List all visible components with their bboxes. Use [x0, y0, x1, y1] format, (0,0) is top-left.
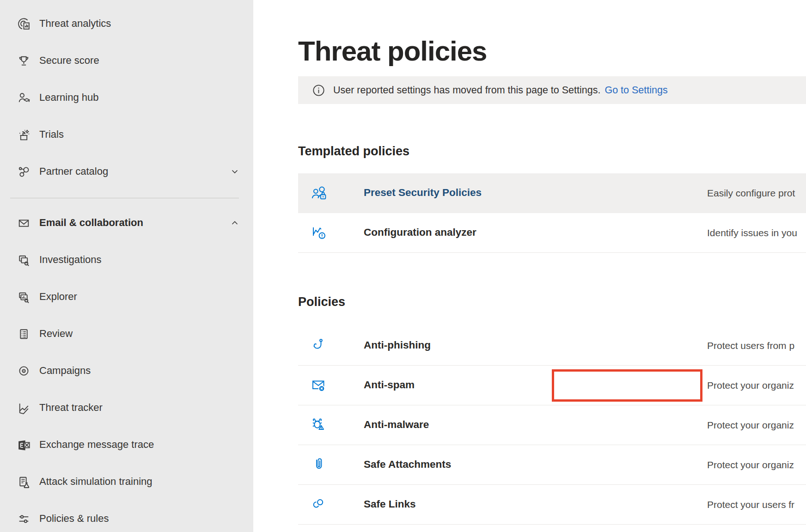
sidebar-item-label: Secure score — [39, 55, 99, 67]
sidebar-item-label: Attack simulation training — [39, 476, 153, 488]
sidebar-item-label: Threat tracker — [39, 402, 103, 414]
sidebar-item-investigations[interactable]: Investigations — [0, 241, 253, 278]
sidebar-item-label: Email & collaboration — [39, 217, 143, 229]
row-title[interactable]: Safe Attachments — [364, 459, 451, 471]
sidebar-item-label: Exchange message trace — [39, 439, 154, 451]
anti-spam-icon — [310, 376, 329, 395]
sidebar-item-review[interactable]: Review — [0, 315, 253, 352]
row-anti-malware[interactable]: Anti-malware Protect your organiz — [298, 405, 806, 445]
preset-security-policies-icon — [310, 184, 329, 202]
sidebar-item-label: Threat analytics — [39, 18, 111, 30]
sidebar-item-label: Explorer — [39, 291, 77, 303]
sidebar-item-secure-score[interactable]: Secure score — [0, 42, 253, 79]
row-title[interactable]: Preset Security Policies — [364, 187, 482, 199]
chevron-up-icon[interactable] — [230, 218, 239, 227]
trials-icon — [16, 127, 31, 142]
sidebar-item-threat-tracker[interactable]: Threat tracker — [0, 389, 253, 426]
sidebar-item-threat-analytics[interactable]: Threat analytics — [0, 5, 253, 42]
info-banner: User reported settings has moved from th… — [298, 76, 806, 104]
campaigns-icon — [16, 363, 31, 379]
threat-analytics-icon — [16, 16, 31, 31]
exchange-message-trace-icon — [16, 437, 31, 453]
row-configuration-analyzer[interactable]: Configuration analyzer Identify issues i… — [298, 213, 806, 253]
row-title[interactable]: Anti-malware — [364, 419, 429, 431]
configuration-analyzer-icon — [310, 224, 329, 242]
sidebar-item-partner-catalog[interactable]: Partner catalog — [0, 153, 253, 190]
sidebar-item-attack-simulation-training[interactable]: Attack simulation training — [0, 463, 253, 500]
safe-links-icon — [310, 495, 329, 514]
investigations-icon — [16, 252, 31, 268]
sidebar-item-label: Campaigns — [39, 365, 91, 377]
row-description: Protect your organiz — [707, 379, 794, 391]
anti-phishing-icon — [310, 336, 329, 355]
go-to-settings-link[interactable]: Go to Settings — [604, 85, 667, 96]
sidebar-item-label: Learning hub — [39, 92, 98, 104]
row-description: Protect your organiz — [707, 419, 794, 430]
sidebar-item-explorer[interactable]: Explorer — [0, 278, 253, 315]
row-safe-attachments[interactable]: Safe Attachments Protect your organiz — [298, 445, 806, 485]
sidebar-item-label: Trials — [39, 128, 64, 141]
email-collaboration-icon — [16, 215, 31, 231]
sidebar-item-trials[interactable]: Trials — [0, 116, 253, 153]
partner-catalog-icon — [16, 164, 31, 179]
sidebar-item-label: Review — [39, 328, 73, 340]
section-heading-policies: Policies — [298, 295, 345, 309]
sidebar-item-label: Investigations — [39, 254, 102, 266]
row-description: Protect your users fr — [707, 499, 794, 510]
row-title[interactable]: Anti-phishing — [364, 339, 431, 351]
row-preset-security-policies[interactable]: Preset Security Policies Easily configur… — [298, 173, 806, 213]
chevron-down-icon[interactable] — [230, 167, 239, 176]
row-description: Protect your organiz — [707, 459, 794, 470]
page-title: Threat policies — [298, 35, 487, 67]
sidebar-item-campaigns[interactable]: Campaigns — [0, 352, 253, 389]
row-title[interactable]: Configuration analyzer — [364, 226, 476, 238]
review-icon — [16, 326, 31, 342]
banner-message: User reported settings has moved from th… — [333, 85, 600, 96]
secure-score-icon — [16, 53, 31, 68]
sidebar-item-label: Partner catalog — [39, 165, 108, 177]
safe-attachments-icon — [310, 456, 329, 474]
row-title[interactable]: Safe Links — [364, 498, 416, 510]
policies-rules-icon — [16, 511, 31, 526]
sidebar: Threat analytics Secure score Learning h… — [0, 0, 253, 532]
row-description: Identify issues in you — [707, 227, 797, 238]
explorer-icon — [16, 289, 31, 305]
section-heading-templated-policies: Templated policies — [298, 144, 409, 159]
row-description: Protect users from p — [707, 340, 794, 351]
main-content: Threat policies User reported settings h… — [253, 0, 806, 532]
sidebar-item-email-collaboration[interactable]: Email & collaboration — [0, 204, 253, 241]
sidebar-item-label: Policies & rules — [39, 513, 109, 525]
sidebar-item-exchange-message-trace[interactable]: Exchange message trace — [0, 426, 253, 463]
threat-tracker-icon — [16, 400, 31, 416]
row-safe-links[interactable]: Safe Links Protect your users fr — [298, 485, 806, 525]
anti-malware-icon — [310, 416, 329, 434]
sidebar-item-learning-hub[interactable]: Learning hub — [0, 79, 253, 116]
row-description: Easily configure prot — [707, 188, 795, 199]
info-icon — [312, 84, 325, 97]
attack-simulation-training-icon — [16, 474, 31, 489]
row-title[interactable]: Anti-spam — [364, 379, 415, 391]
row-anti-spam[interactable]: Anti-spam Protect your organiz — [298, 366, 806, 405]
learning-hub-icon — [16, 90, 31, 105]
row-anti-phishing[interactable]: Anti-phishing Protect users from p — [298, 326, 806, 366]
sidebar-divider — [10, 198, 239, 198]
sidebar-item-policies-rules[interactable]: Policies & rules — [0, 500, 253, 532]
